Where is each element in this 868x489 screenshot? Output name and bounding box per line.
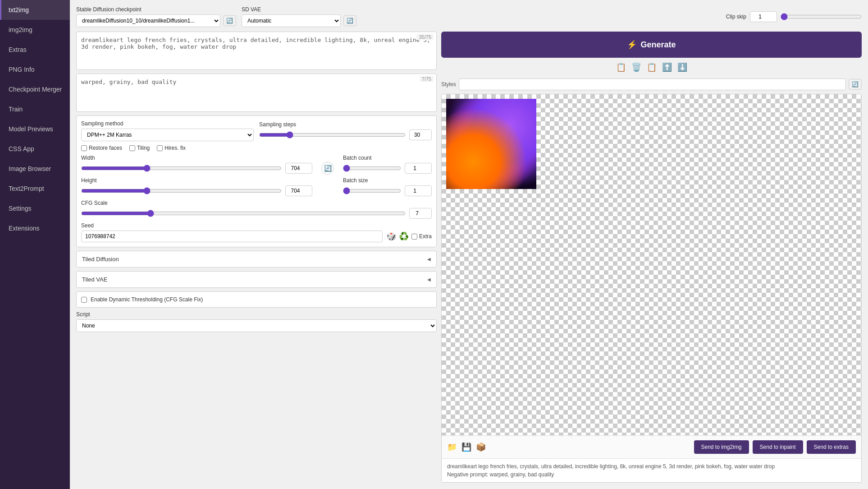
save-image-icon[interactable]: 💾 [461, 442, 471, 452]
batch-size-slider[interactable] [343, 187, 401, 194]
clip-skip-label: Clip skip [726, 14, 746, 20]
script-select[interactable]: None [76, 319, 437, 332]
sidebar-item-checkpoint-merger[interactable]: Checkpoint Merger [0, 79, 70, 99]
sampling-method-group: Sampling method DPM++ 2M Karras [81, 120, 254, 141]
tiled-vae-arrow-icon: ◀ [427, 277, 431, 282]
positive-prompt-input[interactable]: dreamlikeart lego french fries, crystals… [77, 32, 436, 68]
sidebar-item-settings[interactable]: Settings [0, 198, 70, 218]
negative-prompt-box: warped, grainy, bad quality 7/75 [76, 74, 437, 112]
send-buttons: Send to img2img Send to inpaint Send to … [694, 440, 856, 454]
options-section: Sampling method DPM++ 2M Karras Sampling… [76, 115, 437, 247]
sidebar-item-extras[interactable]: Extras [0, 40, 70, 60]
batch-size-input[interactable] [405, 185, 432, 196]
cfg-input[interactable] [409, 208, 432, 219]
generate-icon: ⚡ [627, 40, 637, 50]
batch-size-label: Batch size [343, 177, 432, 184]
vae-label: SD VAE [242, 6, 356, 13]
sampling-method-select[interactable]: DPM++ 2M Karras [81, 129, 254, 141]
clip-skip-slider[interactable] [781, 13, 862, 20]
checkpoint-refresh-button[interactable]: 🔄 [223, 15, 236, 26]
sampling-method-label: Sampling method [81, 120, 254, 127]
vae-refresh-button[interactable]: 🔄 [343, 15, 356, 26]
script-group: Script None [76, 311, 437, 332]
seed-input[interactable] [81, 231, 383, 242]
styles-refresh-button[interactable]: 🔄 [849, 79, 862, 90]
batch-count-slider[interactable] [343, 165, 401, 172]
positive-prompt-box: dreamlikeart lego french fries, crystals… [76, 32, 437, 70]
restore-faces-checkbox[interactable]: Restore faces [81, 145, 122, 151]
main-content: Stable Diffusion checkpoint dreamlikeDif… [70, 0, 868, 489]
cfg-group: CFG Scale [81, 200, 432, 219]
copy-icon[interactable]: 📋 [616, 62, 626, 72]
checkpoint-row: dreamlikeDiffusion10_10/dreamlikeDiffusi… [76, 14, 236, 27]
swap-dimensions-button[interactable]: 🔄 [321, 162, 334, 175]
tiled-vae-header[interactable]: Tiled VAE ◀ [77, 272, 436, 287]
generate-label: Generate [640, 40, 676, 50]
width-label: Width [81, 155, 312, 161]
generate-panel: ⚡ Generate 📋 🗑️ 📋 ⬆️ ⬇️ Styles 🔄 [441, 32, 862, 90]
width-input[interactable] [285, 163, 312, 174]
seed-recycle-button[interactable]: ♻️ [399, 231, 409, 241]
image-action-icons: 📁 💾 📦 [447, 442, 486, 452]
tiled-vae-accordion: Tiled VAE ◀ [76, 271, 437, 288]
paste-icon[interactable]: 📋 [647, 62, 657, 72]
send-inpaint-button[interactable]: Send to inpaint [753, 440, 803, 454]
send-extras-button[interactable]: Send to extras [807, 440, 856, 454]
clip-skip-input[interactable] [750, 11, 777, 22]
seed-random-button[interactable]: 🎲 [386, 231, 396, 241]
sidebar-item-extensions[interactable]: Extensions [0, 218, 70, 238]
width-slider[interactable] [81, 165, 282, 172]
batch-count-label: Batch count [343, 155, 432, 161]
left-panel: dreamlikeart lego french fries, crystals… [76, 32, 437, 483]
sidebar-item-img2img[interactable]: img2img [0, 20, 70, 40]
seed-group: Seed 🎲 ♻️ Extra [81, 222, 432, 242]
sidebar-item-css-app[interactable]: CSS App [0, 139, 70, 159]
clip-skip-group: Clip skip [726, 11, 862, 22]
caption-negative: warped, grainy, bad quality [490, 471, 554, 478]
delete-icon[interactable]: 🗑️ [631, 62, 641, 72]
height-label: Height [81, 177, 312, 184]
vae-row: Automatic 🔄 [242, 14, 356, 27]
dynamic-threshold-checkbox[interactable] [81, 297, 87, 303]
right-area: ⚡ Generate 📋 🗑️ 📋 ⬆️ ⬇️ Styles 🔄 [441, 32, 862, 483]
sidebar-item-txt2img[interactable]: txt2img [0, 0, 70, 20]
styles-input[interactable] [459, 78, 846, 90]
extra-seed-checkbox[interactable]: Extra [411, 233, 432, 240]
icon-toolbar: 📋 🗑️ 📋 ⬆️ ⬇️ [441, 60, 862, 74]
dimensions-batch-row: Width Height [81, 155, 432, 196]
open-folder-icon[interactable]: 📁 [447, 442, 457, 452]
batch-group: Batch count Batch size [343, 155, 432, 196]
generated-image [446, 99, 536, 189]
cfg-slider[interactable] [81, 210, 406, 217]
sampling-steps-input[interactable] [409, 129, 432, 140]
tiled-diffusion-header[interactable]: Tiled Diffusion ◀ [77, 251, 436, 267]
batch-count-input[interactable] [405, 163, 432, 174]
vae-select[interactable]: Automatic [242, 14, 341, 27]
send-img2img-button[interactable]: Send to img2img [694, 440, 749, 454]
script-label: Script [76, 311, 437, 318]
height-group: Height [81, 177, 312, 196]
seed-label: Seed [81, 222, 432, 229]
caption-positive: dreamlikeart lego french fries, crystals… [447, 463, 775, 470]
sidebar-item-image-browser[interactable]: Image Browser [0, 159, 70, 179]
zip-image-icon[interactable]: 📦 [476, 442, 486, 452]
height-slider[interactable] [81, 187, 282, 194]
generate-button[interactable]: ⚡ Generate [441, 32, 862, 58]
height-input[interactable] [285, 185, 312, 196]
tiled-diffusion-accordion: Tiled Diffusion ◀ [76, 251, 437, 268]
sidebar-item-text2prompt[interactable]: Text2Prompt [0, 179, 70, 198]
tiling-checkbox[interactable]: Tiling [129, 145, 150, 151]
checkpoint-label: Stable Diffusion checkpoint [76, 6, 236, 13]
sidebar-item-model-previews[interactable]: Model Previews [0, 119, 70, 139]
sidebar-item-train[interactable]: Train [0, 99, 70, 119]
sidebar: txt2img img2img Extras PNG Info Checkpoi… [0, 0, 70, 489]
hires-fix-checkbox[interactable]: Hires. fix [157, 145, 186, 151]
sampling-steps-slider[interactable] [259, 131, 406, 138]
cfg-label: CFG Scale [81, 200, 432, 206]
negative-prompt-input[interactable]: warped, grainy, bad quality [77, 74, 436, 110]
sidebar-item-png-info[interactable]: PNG Info [0, 60, 70, 79]
download-icon[interactable]: ⬇️ [677, 62, 687, 72]
checkpoint-select[interactable]: dreamlikeDiffusion10_10/dreamlikeDiffusi… [76, 14, 220, 27]
tiled-diffusion-arrow-icon: ◀ [427, 257, 431, 262]
upload-icon[interactable]: ⬆️ [662, 62, 672, 72]
